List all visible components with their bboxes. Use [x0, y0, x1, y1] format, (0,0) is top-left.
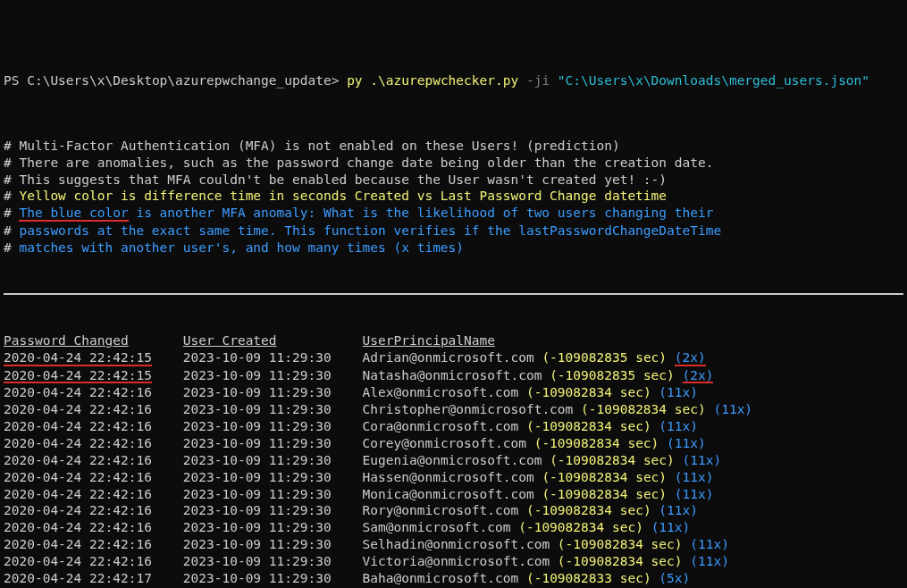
- comment-text: This suggests that MFA couldn't be enabl…: [19, 172, 667, 187]
- cell-diff-seconds: (-109082834 sec): [550, 453, 675, 467]
- cell-diff-seconds: (-109082834 sec): [518, 520, 643, 534]
- table-row: 2020-04-24 22:42:15 2023-10-09 11:29:30 …: [4, 367, 903, 385]
- comment-text: Multi-Factor Authentication (MFA) is not…: [19, 139, 619, 153]
- cell-diff-seconds: (-109082834 sec): [558, 554, 683, 568]
- cell-upn: Victoria@onmicrosoft.com: [363, 554, 550, 568]
- cell-user-created: 2023-10-09 11:29:30: [183, 402, 332, 416]
- cell-user-created: 2023-10-09 11:29:30: [183, 554, 332, 568]
- cell-password-changed: 2020-04-24 22:42:16: [4, 537, 152, 551]
- cell-password-changed: 2020-04-24 22:42:16: [4, 503, 152, 517]
- col-user-created: User Created: [183, 333, 277, 348]
- cell-user-created: 2023-10-09 11:29:30: [183, 385, 332, 399]
- ps-prefix: PS: [4, 73, 27, 88]
- cell-duplicate-count: (2x): [683, 370, 714, 384]
- cell-password-changed: 2020-04-24 22:42:16: [4, 453, 152, 467]
- comment-line: # passwords at the exact same time. This…: [4, 223, 903, 239]
- cell-upn: Hassen@onmicrosoft.com: [363, 470, 534, 484]
- comment-blue-lead: The blue color: [19, 207, 128, 222]
- cell-diff-seconds: (-109082835 sec): [542, 350, 667, 365]
- cell-user-created: 2023-10-09 11:29:30: [183, 487, 332, 501]
- cell-user-created: 2023-10-09 11:29:30: [183, 453, 332, 467]
- comment-hash: #: [4, 172, 19, 187]
- comment-hash: #: [4, 240, 19, 255]
- comment-blue: is another MFA anomaly: What is the like…: [129, 206, 714, 220]
- comment-line: # Yellow color is difference time in sec…: [4, 188, 903, 205]
- cell-user-created: 2023-10-09 11:29:30: [183, 350, 332, 365]
- cell-diff-seconds: (-109082834 sec): [542, 487, 667, 501]
- cell-upn: Corey@onmicrosoft.com: [363, 436, 526, 450]
- divider: [4, 293, 903, 295]
- cell-upn: Natasha@onmicrosoft.com: [363, 368, 542, 382]
- cell-duplicate-count: (11x): [675, 470, 714, 484]
- cell-duplicate-count: (11x): [667, 436, 706, 450]
- cell-duplicate-count: (11x): [651, 520, 691, 534]
- col-upn: UserPrincipalName: [363, 333, 495, 348]
- cell-diff-seconds: (-109082833 sec): [526, 571, 651, 585]
- cell-duplicate-count: (11x): [713, 402, 752, 416]
- cell-diff-seconds: (-109082834 sec): [581, 402, 706, 416]
- cell-upn: Baha@onmicrosoft.com: [363, 571, 519, 585]
- cell-password-changed: 2020-04-24 22:42:16: [4, 487, 152, 501]
- comment-line: # matches with another user's, and how m…: [4, 239, 903, 256]
- cell-diff-seconds: (-109082834 sec): [542, 470, 667, 484]
- command-line[interactable]: PS C:\Users\x\Desktop\azurepwchange_upda…: [4, 72, 903, 89]
- comment-blue: matches with another user's, and how man…: [19, 240, 464, 255]
- cell-password-changed: 2020-04-24 22:42:16: [4, 385, 152, 399]
- ps-cmd: py .\azurepwchecker.py: [339, 73, 518, 88]
- comment-hash: #: [4, 155, 19, 170]
- cell-user-created: 2023-10-09 11:29:30: [183, 571, 332, 585]
- cell-upn: Adrian@onmicrosoft.com: [363, 350, 534, 365]
- cell-duplicate-count: (11x): [690, 537, 729, 551]
- cell-diff-seconds: (-109082834 sec): [526, 419, 651, 433]
- table-row: 2020-04-24 22:42:16 2023-10-09 11:29:30 …: [4, 452, 903, 469]
- cell-password-changed: 2020-04-24 22:42:16: [4, 436, 152, 450]
- cell-upn: Sam@onmicrosoft.com: [363, 520, 511, 534]
- comment-line: # The blue color is another MFA anomaly:…: [4, 205, 903, 223]
- cell-upn: Monica@onmicrosoft.com: [363, 487, 534, 501]
- cell-diff-seconds: (-109082834 sec): [558, 537, 683, 551]
- cell-diff-seconds: (-109082834 sec): [534, 436, 659, 450]
- cell-duplicate-count: (11x): [690, 554, 729, 568]
- table-row: 2020-04-24 22:42:16 2023-10-09 11:29:30 …: [4, 519, 903, 536]
- cmd-flag: -ji: [518, 73, 558, 88]
- table-row: 2020-04-24 22:42:16 2023-10-09 11:29:30 …: [4, 469, 903, 486]
- comments-block: # Multi-Factor Authentication (MFA) is n…: [4, 138, 903, 256]
- comment-hash: #: [4, 206, 19, 220]
- cell-upn: Selhadin@onmicrosoft.com: [363, 537, 550, 551]
- comment-hash: #: [4, 189, 19, 203]
- cell-duplicate-count: (11x): [683, 453, 722, 467]
- cell-upn: Christopher@onmicrosoft.com: [363, 402, 574, 416]
- cell-duplicate-count: (11x): [659, 385, 698, 399]
- table-row: 2020-04-24 22:42:16 2023-10-09 11:29:30 …: [4, 553, 903, 570]
- ps-path: C:\Users\x\Desktop\azurepwchange_update>: [27, 73, 339, 88]
- comment-line: # This suggests that MFA couldn't be ena…: [4, 172, 903, 189]
- table-row: 2020-04-24 22:42:17 2023-10-09 11:29:30 …: [4, 570, 903, 587]
- cell-upn: Alex@onmicrosoft.com: [363, 385, 519, 399]
- comment-hash: #: [4, 139, 19, 153]
- cell-password-changed: 2020-04-24 22:42:17: [4, 571, 152, 585]
- cell-password-changed: 2020-04-24 22:42:16: [4, 520, 152, 534]
- table-header: Password Changed User Created UserPrinci…: [4, 332, 903, 349]
- comment-line: # There are anomalies, such as the passw…: [4, 155, 903, 172]
- cell-user-created: 2023-10-09 11:29:30: [183, 419, 332, 433]
- cell-upn: Rory@onmicrosoft.com: [363, 503, 519, 517]
- cell-diff-seconds: (-109082834 sec): [526, 503, 651, 517]
- comment-hash: #: [4, 223, 19, 238]
- cell-password-changed: 2020-04-24 22:42:16: [4, 402, 152, 416]
- cell-user-created: 2023-10-09 11:29:30: [183, 436, 332, 450]
- cell-user-created: 2023-10-09 11:29:30: [183, 520, 332, 534]
- cmd-arg: "C:\Users\x\Downloads\merged_users.json": [558, 73, 869, 88]
- table-row: 2020-04-24 22:42:16 2023-10-09 11:29:30 …: [4, 435, 903, 452]
- table-row: 2020-04-24 22:42:16 2023-10-09 11:29:30 …: [4, 401, 903, 418]
- table-row: 2020-04-24 22:42:16 2023-10-09 11:29:30 …: [4, 418, 903, 435]
- col-password-changed: Password Changed: [4, 333, 129, 348]
- cell-password-changed: 2020-04-24 22:42:15: [4, 370, 152, 384]
- cell-user-created: 2023-10-09 11:29:30: [183, 503, 332, 517]
- table-row: 2020-04-24 22:42:15 2023-10-09 11:29:30 …: [4, 349, 903, 367]
- cell-upn: Eugenia@onmicrosoft.com: [363, 453, 542, 467]
- table-row: 2020-04-24 22:42:16 2023-10-09 11:29:30 …: [4, 502, 903, 519]
- cell-duplicate-count: (11x): [675, 487, 714, 501]
- cell-user-created: 2023-10-09 11:29:30: [183, 368, 332, 382]
- cell-duplicate-count: (5x): [659, 571, 690, 585]
- cell-duplicate-count: (2x): [675, 352, 706, 366]
